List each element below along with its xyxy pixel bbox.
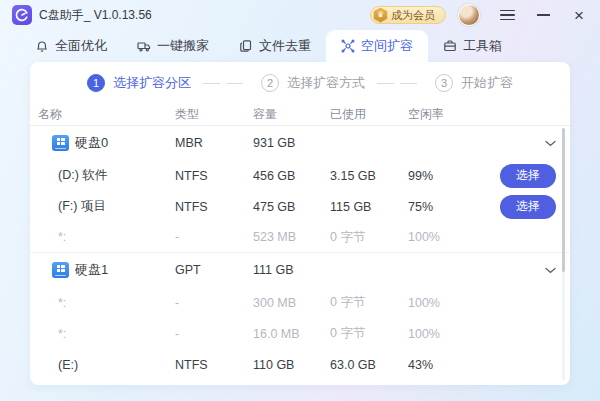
tab-bar: 全面优化 一键搬家 文件去重 空间扩容 工具箱 bbox=[0, 30, 600, 62]
step-connector bbox=[377, 83, 423, 84]
member-badge-label: 成为会员 bbox=[391, 8, 435, 23]
tab-label: 空间扩容 bbox=[361, 37, 413, 55]
disk-type: MBR bbox=[175, 136, 253, 150]
disk-capacity: 111 GB bbox=[253, 263, 330, 277]
disk-type: GPT bbox=[175, 263, 253, 277]
table-row-partition-hidden: *: - 523 MB 0 字节 100% bbox=[30, 222, 570, 253]
hamburger-menu-button[interactable] bbox=[498, 6, 516, 24]
step-label: 选择扩容方式 bbox=[287, 74, 365, 92]
partition-free: 100% bbox=[408, 230, 470, 244]
partition-name: (E:) bbox=[38, 358, 175, 372]
partition-used: 63.0 GB bbox=[330, 358, 408, 372]
expand-icon bbox=[341, 39, 355, 53]
minimize-icon bbox=[537, 14, 550, 16]
partition-capacity: 300 MB bbox=[253, 296, 330, 310]
window-title: C盘助手_ V1.0.13.56 bbox=[39, 7, 152, 24]
partition-type: - bbox=[175, 296, 253, 310]
step-indicator: 1 选择扩容分区 2 选择扩容方式 3 开始扩容 bbox=[30, 62, 570, 104]
partition-type: NTFS bbox=[175, 358, 253, 372]
tab-label: 文件去重 bbox=[259, 37, 311, 55]
bell-icon bbox=[35, 39, 49, 53]
avatar[interactable] bbox=[458, 4, 480, 26]
minimize-button[interactable] bbox=[534, 6, 552, 24]
partition-free: 100% bbox=[408, 296, 470, 310]
partition-name: (F:) 项目 bbox=[38, 198, 175, 215]
tab-toolbox[interactable]: 工具箱 bbox=[428, 30, 517, 62]
chevron-down-icon[interactable] bbox=[544, 264, 556, 276]
partition-used: 0 字节 bbox=[330, 229, 408, 246]
truck-icon bbox=[137, 39, 151, 53]
partition-capacity: 523 MB bbox=[253, 230, 330, 244]
hard-drive-icon bbox=[52, 262, 69, 278]
partition-free: 43% bbox=[408, 358, 470, 372]
select-button[interactable]: 选择 bbox=[500, 195, 556, 219]
chevron-down-icon[interactable] bbox=[544, 137, 556, 149]
table-row-disk1[interactable]: 硬盘1 GPT 111 GB bbox=[30, 253, 570, 287]
partition-type: - bbox=[175, 327, 253, 341]
step-number: 3 bbox=[435, 74, 453, 92]
tab-one-click-move[interactable]: 一键搬家 bbox=[122, 30, 224, 62]
tab-label: 一键搬家 bbox=[157, 37, 209, 55]
column-header-used: 已使用 bbox=[330, 106, 408, 123]
table-row-partition-hidden: *: - 16.0 MB 0 字节 100% bbox=[30, 318, 570, 349]
close-icon: × bbox=[574, 7, 584, 24]
table-row-partition-hidden: *: - 300 MB 0 字节 100% bbox=[30, 287, 570, 318]
partition-capacity: 16.0 MB bbox=[253, 327, 330, 341]
table-row-partition-f: (F:) 项目 NTFS 475 GB 115 GB 75% 选择 bbox=[30, 191, 570, 222]
tab-file-dedup[interactable]: 文件去重 bbox=[224, 30, 326, 62]
partition-used: 0 字节 bbox=[330, 294, 408, 311]
disk-name: 硬盘0 bbox=[75, 134, 108, 152]
partition-capacity: 110 GB bbox=[253, 358, 330, 372]
tab-space-expansion[interactable]: 空间扩容 bbox=[326, 30, 428, 62]
partition-name: *: bbox=[38, 327, 175, 341]
close-button[interactable]: × bbox=[570, 6, 588, 24]
table-header: 名称 类型 容量 已使用 空闲率 bbox=[30, 104, 570, 126]
partition-used: 115 GB bbox=[330, 200, 408, 214]
partition-free: 99% bbox=[408, 169, 470, 183]
partition-capacity: 456 GB bbox=[253, 169, 330, 183]
step-start-expansion: 3 开始扩容 bbox=[435, 74, 513, 92]
title-bar: C盘助手_ V1.0.13.56 ♛ 成为会员 × bbox=[0, 0, 600, 30]
partition-name: (D:) 软件 bbox=[38, 167, 175, 184]
step-select-partition: 1 选择扩容分区 bbox=[87, 74, 191, 92]
partition-name: *: bbox=[38, 230, 175, 244]
column-header-name: 名称 bbox=[38, 106, 175, 123]
toolbox-icon bbox=[443, 39, 457, 53]
partition-capacity: 475 GB bbox=[253, 200, 330, 214]
document-icon bbox=[239, 39, 253, 53]
step-label: 开始扩容 bbox=[461, 74, 513, 92]
hamburger-icon bbox=[500, 10, 515, 21]
select-button[interactable]: 选择 bbox=[500, 164, 556, 188]
step-label: 选择扩容分区 bbox=[113, 74, 191, 92]
partition-used: 3.15 GB bbox=[330, 169, 408, 183]
content-panel: 1 选择扩容分区 2 选择扩容方式 3 开始扩容 名称 类型 容量 已使用 空闲… bbox=[30, 62, 570, 385]
step-select-method: 2 选择扩容方式 bbox=[261, 74, 365, 92]
hard-drive-icon bbox=[52, 135, 69, 151]
tab-full-optimization[interactable]: 全面优化 bbox=[20, 30, 122, 62]
column-header-capacity: 容量 bbox=[253, 106, 330, 123]
partition-type: NTFS bbox=[175, 200, 253, 214]
step-number: 2 bbox=[261, 74, 279, 92]
scrollbar-thumb[interactable] bbox=[562, 128, 565, 272]
table-row-disk0[interactable]: 硬盘0 MBR 931 GB bbox=[30, 126, 570, 160]
disk-name: 硬盘1 bbox=[75, 261, 108, 279]
partition-used: 0 字节 bbox=[330, 325, 408, 342]
partition-name: *: bbox=[38, 296, 175, 310]
app-logo-icon bbox=[12, 5, 32, 25]
partition-type: - bbox=[175, 230, 253, 244]
member-badge[interactable]: ♛ 成为会员 bbox=[370, 6, 446, 24]
partition-type: NTFS bbox=[175, 169, 253, 183]
column-header-free: 空闲率 bbox=[408, 106, 470, 123]
step-connector bbox=[203, 83, 249, 84]
column-header-type: 类型 bbox=[175, 106, 253, 123]
disk-capacity: 931 GB bbox=[253, 136, 330, 150]
partition-free: 100% bbox=[408, 327, 470, 341]
crown-icon: ♛ bbox=[373, 8, 388, 23]
table-row-partition-d: (D:) 软件 NTFS 456 GB 3.15 GB 99% 选择 bbox=[30, 160, 570, 191]
partition-free: 75% bbox=[408, 200, 470, 214]
step-number: 1 bbox=[87, 74, 105, 92]
tab-label: 工具箱 bbox=[463, 37, 502, 55]
table-row-partition-e: (E:) NTFS 110 GB 63.0 GB 43% bbox=[30, 349, 570, 380]
tab-label: 全面优化 bbox=[55, 37, 107, 55]
